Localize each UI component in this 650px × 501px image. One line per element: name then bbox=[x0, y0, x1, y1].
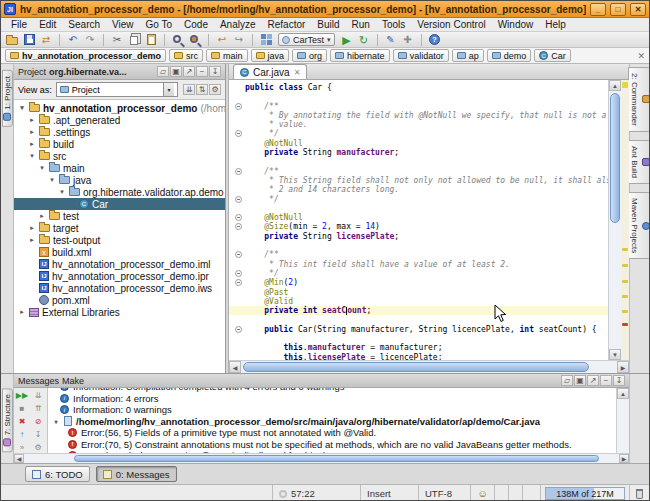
breadcrumb-item-org[interactable]: org bbox=[292, 49, 327, 62]
tree-expander-icon[interactable]: ▸ bbox=[28, 236, 36, 244]
tree-item-build-xml[interactable]: xbuild.xml bbox=[14, 246, 225, 258]
editor-tab-car-java[interactable]: C Car.java ✕ bbox=[233, 64, 307, 79]
tree-expander-icon[interactable]: ▾ bbox=[28, 152, 36, 160]
messages-vertical-scrollbar[interactable]: ▲ bbox=[616, 388, 629, 453]
stripe-mark-4[interactable] bbox=[622, 295, 628, 298]
fold-marker-icon[interactable] bbox=[235, 326, 242, 333]
tab-close-icon[interactable]: ✕ bbox=[294, 68, 301, 77]
scroll-left-icon[interactable]: ◀ bbox=[14, 454, 24, 463]
memory-indicator[interactable]: 138M of 217M bbox=[545, 487, 625, 500]
tree-expander-icon[interactable]: ▸ bbox=[38, 212, 46, 220]
expand-all-icon[interactable]: ⇊ bbox=[35, 391, 42, 400]
code-area[interactable]: public class Car { /** * By annotating t… bbox=[229, 80, 608, 360]
scroll-up-icon[interactable]: ▲ bbox=[617, 388, 629, 399]
stop-icon[interactable]: ■ bbox=[20, 404, 25, 413]
stripe-mark-3[interactable] bbox=[622, 280, 628, 283]
messages-header-icon-4[interactable]: ↧ bbox=[613, 375, 625, 386]
tree-expander-icon[interactable]: ▾ bbox=[58, 188, 66, 196]
fold-marker-icon[interactable] bbox=[235, 130, 242, 137]
project-header-icon-2[interactable]: ↗ bbox=[183, 66, 195, 77]
tree-expander-icon[interactable]: ▸ bbox=[28, 140, 36, 148]
back-icon[interactable]: ↩ bbox=[215, 33, 229, 46]
tree-item-src[interactable]: ▾src bbox=[14, 150, 225, 162]
stripe-mark-1[interactable] bbox=[622, 248, 628, 251]
tool-tab-2-commander[interactable]: 2: Commander bbox=[628, 67, 650, 132]
tree-item-org-hibernate-validator-ap-demo[interactable]: ▾org.hibernate.validator.ap.demo bbox=[14, 186, 225, 198]
message-row-6[interactable]: !Error:(70, 5) Constraint annotations mu… bbox=[48, 439, 616, 451]
tree-expander-icon[interactable]: ▸ bbox=[28, 116, 36, 124]
tree-expander-icon[interactable]: ▸ bbox=[28, 128, 36, 136]
tree-item-hv-annotation-processor-demo-ipr[interactable]: IJhv_annotation_processor_demo.ipr bbox=[14, 270, 225, 282]
fold-marker-icon[interactable] bbox=[235, 279, 242, 286]
menu-item-build[interactable]: Build bbox=[311, 19, 345, 30]
replace-icon[interactable] bbox=[188, 33, 202, 46]
error-stripe[interactable] bbox=[621, 80, 629, 360]
inspection-profile-icon[interactable]: ☺ bbox=[477, 488, 487, 499]
tool-tab-ant-build[interactable]: Ant Build bbox=[628, 140, 650, 184]
mute-icon[interactable]: ⊘ bbox=[35, 417, 42, 426]
breadcrumb-item-hibernate[interactable]: hibernate bbox=[330, 49, 390, 62]
tree-item-build[interactable]: ▸build bbox=[14, 138, 225, 150]
close-icon[interactable]: ✖ bbox=[19, 417, 26, 426]
editor-vertical-scrollbar[interactable]: ▲ ▼ bbox=[608, 80, 621, 360]
message-row-2[interactable]: iInformation: 4 errors bbox=[48, 393, 616, 405]
save-icon[interactable] bbox=[22, 33, 36, 46]
message-row-4[interactable]: ▾/home/morling/hv_annotation_processor_d… bbox=[48, 416, 616, 428]
editor-horizontal-scrollbar[interactable]: ◀ ▶ bbox=[229, 360, 629, 373]
vertical-scrollbar-thumb[interactable] bbox=[610, 93, 620, 223]
find-icon[interactable] bbox=[171, 33, 185, 46]
menu-item-run[interactable]: Run bbox=[346, 19, 376, 30]
tree-expander-icon[interactable]: ▾ bbox=[48, 176, 56, 184]
export-icon[interactable]: ↧ bbox=[35, 430, 42, 439]
help-icon[interactable]: ? bbox=[428, 33, 442, 46]
previous-icon[interactable]: ↑ bbox=[20, 430, 24, 439]
redo-icon[interactable]: ↷ bbox=[83, 33, 97, 46]
breadcrumb-item-demo[interactable]: demo bbox=[487, 49, 532, 62]
hide-icon[interactable]: » bbox=[20, 443, 24, 452]
tree-item-hv-annotation-processor-demo-iml[interactable]: IJhv_annotation_processor_demo.iml bbox=[14, 258, 225, 270]
maximize-button[interactable]: □ bbox=[610, 3, 626, 16]
tree-item-car[interactable]: CCar bbox=[14, 198, 225, 210]
menu-item-analyze[interactable]: Analyze bbox=[214, 19, 262, 30]
chevron-down-icon[interactable]: ▾ bbox=[327, 36, 331, 44]
stripe-mark-2[interactable] bbox=[622, 264, 628, 267]
tree-expander-icon[interactable]: ▸ bbox=[28, 224, 36, 232]
fold-marker-icon[interactable] bbox=[235, 270, 242, 277]
collapse-all-icon[interactable]: ⇈ bbox=[35, 404, 42, 413]
forward-icon[interactable]: ↪ bbox=[232, 33, 246, 46]
tree-item--settings[interactable]: ▸.settings bbox=[14, 126, 225, 138]
tree-item-test[interactable]: ▸test bbox=[14, 210, 225, 222]
menu-item-refactor[interactable]: Refactor bbox=[262, 19, 312, 30]
fold-marker-icon[interactable] bbox=[235, 251, 242, 258]
tree-item-test-output[interactable]: ▸test-output bbox=[14, 234, 225, 246]
garbage-collect-icon[interactable] bbox=[636, 489, 643, 499]
breadcrumb-item-src[interactable]: src bbox=[169, 49, 203, 62]
project-header-icon-1[interactable]: ▣ bbox=[170, 66, 182, 77]
copy-icon[interactable] bbox=[127, 33, 141, 46]
fold-marker-icon[interactable] bbox=[235, 103, 242, 110]
breadcrumb-item-main[interactable]: main bbox=[206, 49, 248, 62]
view-as-combo[interactable]: Project ▾ bbox=[56, 82, 178, 97]
stripe-mark-6[interactable] bbox=[622, 323, 628, 326]
menu-item-search[interactable]: Search bbox=[62, 19, 106, 30]
scroll-up-icon[interactable]: ▲ bbox=[609, 80, 621, 91]
messages-header-icon-3[interactable]: − bbox=[600, 375, 612, 386]
tree-item-java[interactable]: ▾java bbox=[14, 174, 225, 186]
minimize-button[interactable]: _ bbox=[590, 3, 606, 16]
project-toolbar-icon-2[interactable]: ⚙ bbox=[209, 84, 221, 95]
breadcrumb-item-car[interactable]: CCar bbox=[534, 49, 571, 62]
tree-expander-icon[interactable]: ▸ bbox=[18, 308, 26, 316]
breadcrumb-item-hv-annotation-processor-demo[interactable]: hv_annotation_processor_demo bbox=[5, 49, 166, 62]
menu-item-code[interactable]: Code bbox=[178, 19, 214, 30]
run-icon[interactable]: ▶ bbox=[340, 33, 354, 46]
settings-icon[interactable]: ✚ bbox=[401, 33, 415, 46]
tree-item-external-libraries[interactable]: ▸External Libraries bbox=[14, 306, 225, 318]
messages-horizontal-scrollbar[interactable]: ◀ ▶ bbox=[14, 453, 629, 463]
menu-item-version-control[interactable]: Version Control bbox=[411, 19, 491, 30]
tree-expander-icon[interactable]: ▾ bbox=[52, 418, 60, 425]
make-icon[interactable]: ↻ bbox=[357, 33, 371, 46]
chevron-down-icon[interactable]: ▾ bbox=[163, 83, 174, 96]
tree-expander-icon[interactable]: ▾ bbox=[18, 104, 26, 112]
settings-icon[interactable]: ⚙ bbox=[34, 443, 41, 452]
close-button[interactable]: ✕ bbox=[630, 3, 646, 16]
